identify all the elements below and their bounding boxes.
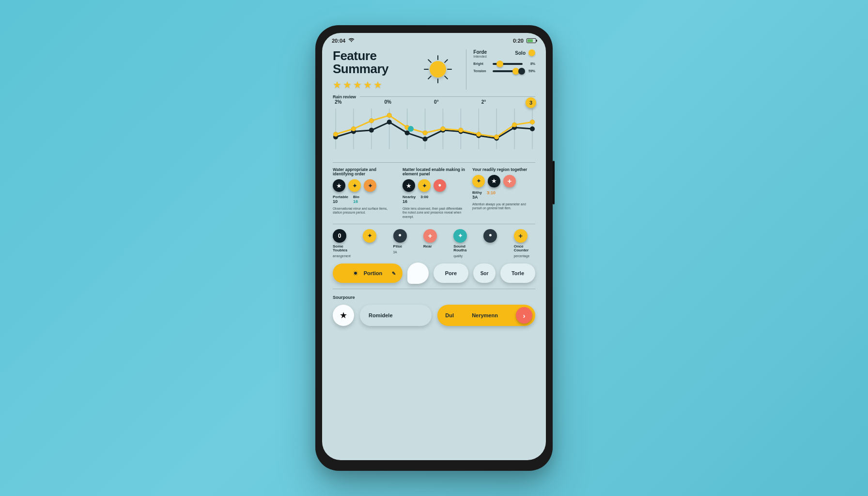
torle-button[interactable]: Torle xyxy=(500,264,535,283)
wifi-icon xyxy=(348,38,355,44)
plus-icon xyxy=(423,229,437,243)
side-panel: Forde Intended Solo Bright 8% xyxy=(466,49,535,90)
svg-point-35 xyxy=(530,120,535,124)
star-icon[interactable] xyxy=(403,179,415,192)
grid-item[interactable]: 0 Some Toubles arrangement xyxy=(333,229,354,258)
star-icon: ★ xyxy=(373,80,382,90)
svg-point-26 xyxy=(369,118,374,123)
svg-point-36 xyxy=(408,126,414,132)
star-icon: ★ xyxy=(343,80,352,90)
feature-card: Your readily region together Bithy3A 3:1… xyxy=(472,168,535,219)
hero: Feature Summary ★ ★ ★ ★ ★ xyxy=(333,49,410,90)
svg-point-29 xyxy=(423,130,428,135)
line-chart xyxy=(333,106,535,152)
grid-item[interactable] xyxy=(483,229,505,258)
svg-point-27 xyxy=(387,113,392,118)
star-icon[interactable] xyxy=(488,175,500,187)
dot-icon xyxy=(483,229,497,243)
sparkle-icon[interactable] xyxy=(364,179,376,192)
svg-point-31 xyxy=(458,127,463,132)
side-label-1: Forde xyxy=(473,49,487,55)
sparkle-icon[interactable] xyxy=(472,175,485,187)
svg-point-16 xyxy=(405,130,410,135)
svg-point-15 xyxy=(387,120,392,124)
svg-point-24 xyxy=(333,132,338,137)
sparkle-icon[interactable] xyxy=(348,179,361,192)
svg-point-14 xyxy=(369,127,374,132)
sor-button[interactable]: Sor xyxy=(473,264,496,283)
grid-item[interactable]: Once Counter percentage xyxy=(514,229,535,258)
chart-zone: 2% 0% 0° 2° 2° 3 xyxy=(333,99,535,157)
side-sub-1: Intended xyxy=(473,55,487,58)
svg-point-30 xyxy=(440,126,445,131)
star-icon: ★ xyxy=(333,80,341,90)
battery-icon xyxy=(527,38,536,43)
plus-icon[interactable] xyxy=(503,175,516,187)
status-bar: 20:04 0:20 xyxy=(322,33,546,46)
speech-bubble-icon[interactable] xyxy=(407,263,429,284)
star-icon: ★ xyxy=(363,80,372,90)
svg-point-33 xyxy=(494,134,499,139)
star-icon: ★ xyxy=(340,310,347,321)
cta-button[interactable]: Dul Nerymenn › xyxy=(437,305,535,326)
number-icon: 0 xyxy=(333,229,346,243)
grid-item[interactable]: Rear xyxy=(423,229,445,258)
segment-button[interactable]: Romidele xyxy=(360,305,432,326)
dot-icon[interactable] xyxy=(434,179,446,192)
slider-tension[interactable]: Tension 59% xyxy=(473,69,535,73)
grid-item[interactable] xyxy=(363,229,384,258)
phone-frame: 20:04 0:20 Feature Summary ★ xyxy=(315,25,553,471)
favorite-button[interactable]: ★ xyxy=(333,305,354,326)
dot-icon xyxy=(393,229,407,243)
edit-icon: ✎ xyxy=(392,271,396,276)
sparkle-icon[interactable] xyxy=(418,179,431,192)
svg-point-25 xyxy=(351,126,356,131)
pore-button[interactable]: Pore xyxy=(434,264,468,283)
rating-stars[interactable]: ★ ★ ★ ★ ★ xyxy=(333,80,410,90)
status-time: 20:04 xyxy=(332,38,345,44)
screen: 20:04 0:20 Feature Summary ★ xyxy=(322,33,546,460)
star-icon: ★ xyxy=(353,80,362,90)
bottom-section-label: Sourpoure xyxy=(333,295,535,300)
plus-icon xyxy=(514,229,527,243)
svg-point-34 xyxy=(512,122,517,127)
side-dot-icon xyxy=(528,49,535,56)
icon-grid: 0 Some Toubles arrangement Pilse 3A Rear xyxy=(333,229,535,258)
sparkle-icon xyxy=(453,229,467,243)
star-icon[interactable] xyxy=(333,179,345,192)
page-title: Feature Summary xyxy=(333,49,410,76)
chart-section-label: Rain review xyxy=(333,94,356,99)
sun-icon xyxy=(426,57,450,81)
svg-point-17 xyxy=(423,137,428,141)
svg-point-23 xyxy=(530,126,535,131)
grid-item[interactable]: Sound Rouths quality xyxy=(453,229,475,258)
feature-cards: Water appropriate and identifying order … xyxy=(333,168,535,219)
sparkle-icon xyxy=(363,229,376,243)
feature-card: Matter located enable making in element … xyxy=(403,168,465,219)
sun-widget xyxy=(415,49,462,90)
chevron-right-icon xyxy=(353,271,358,276)
slider-bright[interactable]: Bright 8% xyxy=(473,62,535,65)
chart-badge: 3 xyxy=(526,97,536,108)
chart-ticks: 2% 0% 0° 2° 2° xyxy=(333,99,535,106)
grid-item[interactable]: Pilse 3A xyxy=(393,229,415,258)
svg-point-32 xyxy=(476,132,481,137)
side-label-2: Solo xyxy=(515,50,526,56)
primary-action-button[interactable]: Portion ✎ xyxy=(333,264,403,283)
feature-card: Water appropriate and identifying order … xyxy=(333,168,396,219)
chevron-right-icon: › xyxy=(516,307,532,324)
status-right-text: 0:20 xyxy=(513,38,524,44)
